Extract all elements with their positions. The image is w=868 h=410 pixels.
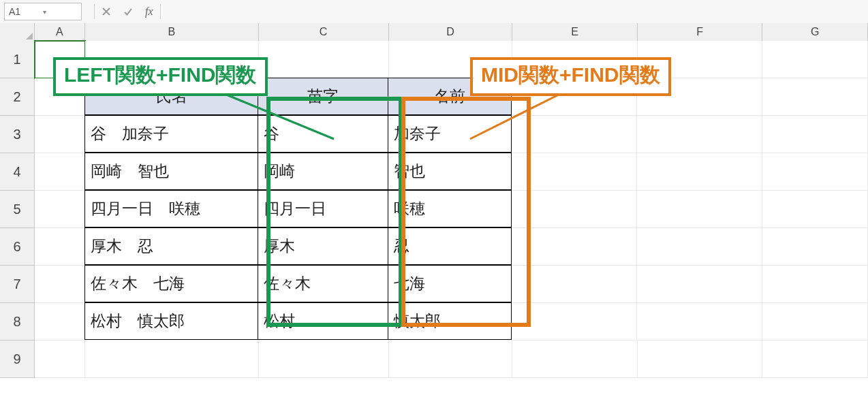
- cell[interactable]: [259, 41, 389, 78]
- row-header[interactable]: 1: [0, 41, 35, 78]
- table-row: 3 谷 加奈子 谷 加奈子: [0, 116, 868, 153]
- formula-bar: A1 ▾ fx: [0, 0, 868, 24]
- cell[interactable]: [762, 228, 868, 266]
- table-row: 8 松村 慎太郎 松村 慎太郎: [0, 303, 868, 341]
- separator: [160, 4, 161, 19]
- cell[interactable]: [85, 341, 259, 378]
- cell-fullname[interactable]: 四月一日 咲穂: [84, 190, 258, 227]
- table-row: 6 厚木 忍 厚木 忍: [0, 228, 868, 266]
- cell[interactable]: [389, 341, 513, 378]
- cell-given[interactable]: 咲穂: [388, 190, 512, 227]
- cell[interactable]: [512, 153, 637, 191]
- spreadsheet-grid: A B C D E F G 1 2 氏名 苗字 名前: [0, 23, 868, 410]
- cell-fullname[interactable]: 厚木 忍: [84, 227, 258, 265]
- cell[interactable]: [35, 228, 85, 266]
- cell[interactable]: [637, 191, 762, 228]
- callout-left-find: LEFT関数+FIND関数: [53, 57, 268, 96]
- name-box[interactable]: A1 ▾: [4, 3, 82, 20]
- chevron-down-icon[interactable]: ▾: [43, 8, 77, 16]
- column-header[interactable]: F: [638, 23, 763, 41]
- column-headers: A B C D E F G: [0, 23, 868, 42]
- cell-given[interactable]: 七海: [388, 265, 512, 302]
- table-row: 7 佐々木 七海 佐々木 七海: [0, 266, 868, 303]
- cell[interactable]: [762, 153, 868, 191]
- grid-rows: 1 2 氏名 苗字 名前 3 谷 加奈子 谷 加奈子: [0, 41, 868, 410]
- cell[interactable]: [762, 341, 868, 378]
- cell[interactable]: [35, 266, 85, 303]
- cell-given[interactable]: 慎太郎: [388, 302, 512, 340]
- row-header[interactable]: 6: [0, 228, 35, 266]
- cell[interactable]: [762, 116, 868, 153]
- cell-surname[interactable]: 松村: [258, 302, 388, 340]
- cell-fullname[interactable]: 谷 加奈子: [84, 115, 258, 153]
- cancel-icon[interactable]: [102, 7, 111, 16]
- select-all-button[interactable]: [0, 23, 35, 41]
- cell[interactable]: [512, 191, 637, 228]
- cell[interactable]: [259, 341, 389, 378]
- cell-given[interactable]: 智也: [388, 153, 512, 190]
- row-header[interactable]: 4: [0, 153, 35, 191]
- cell-surname[interactable]: 谷: [258, 115, 388, 153]
- cell[interactable]: [638, 341, 763, 378]
- callout-mid-find: MID関数+FIND関数: [470, 57, 671, 96]
- cell[interactable]: [637, 153, 762, 191]
- cell-given[interactable]: 忍: [388, 227, 512, 265]
- row-header[interactable]: 2: [0, 78, 35, 116]
- cell[interactable]: [762, 303, 868, 341]
- cell[interactable]: [512, 341, 638, 378]
- column-header[interactable]: G: [762, 23, 868, 41]
- enter-icon[interactable]: [123, 7, 133, 16]
- column-header[interactable]: D: [389, 23, 513, 41]
- table-row: 5 四月一日 咲穂 四月一日 咲穂: [0, 191, 868, 228]
- row-header[interactable]: 7: [0, 266, 35, 303]
- cell[interactable]: [637, 303, 762, 341]
- cell[interactable]: [512, 303, 637, 341]
- cell-surname[interactable]: 厚木: [258, 227, 388, 265]
- grid-row: 9: [0, 341, 868, 378]
- cell-fullname[interactable]: 松村 慎太郎: [84, 302, 258, 340]
- cell[interactable]: [35, 116, 85, 153]
- cell[interactable]: [35, 153, 85, 191]
- cell[interactable]: [762, 78, 868, 116]
- column-header[interactable]: E: [512, 23, 638, 41]
- cell-given[interactable]: 加奈子: [388, 115, 512, 153]
- row-header[interactable]: 8: [0, 303, 35, 341]
- cell[interactable]: [762, 266, 868, 303]
- cell-surname[interactable]: 佐々木: [258, 265, 388, 302]
- cell[interactable]: [35, 191, 85, 228]
- cell-fullname[interactable]: 岡崎 智也: [84, 153, 258, 190]
- column-header[interactable]: C: [259, 23, 389, 41]
- separator: [94, 4, 95, 19]
- name-box-value: A1: [9, 6, 43, 17]
- cell[interactable]: [512, 228, 637, 266]
- cell[interactable]: [637, 228, 762, 266]
- cell[interactable]: [637, 266, 762, 303]
- column-header[interactable]: B: [85, 23, 259, 41]
- column-header[interactable]: A: [35, 23, 85, 41]
- cell[interactable]: [35, 341, 85, 378]
- row-header[interactable]: 5: [0, 191, 35, 228]
- cell-surname[interactable]: 四月一日: [258, 190, 388, 227]
- table-row: 4 岡崎 智也 岡崎 智也: [0, 153, 868, 191]
- row-header[interactable]: 3: [0, 116, 35, 153]
- fx-icon[interactable]: fx: [145, 5, 153, 18]
- table-header-surname[interactable]: 苗字: [258, 78, 388, 115]
- cell[interactable]: [512, 116, 637, 153]
- cell-surname[interactable]: 岡崎: [258, 153, 388, 190]
- cell[interactable]: [637, 116, 762, 153]
- formula-input[interactable]: [168, 3, 864, 20]
- cell[interactable]: [35, 303, 85, 341]
- row-header[interactable]: 9: [0, 341, 35, 378]
- cell[interactable]: [762, 191, 868, 228]
- cell[interactable]: [762, 41, 868, 78]
- formula-bar-buttons: fx: [102, 5, 153, 18]
- cell-fullname[interactable]: 佐々木 七海: [84, 265, 258, 302]
- cell[interactable]: [512, 266, 637, 303]
